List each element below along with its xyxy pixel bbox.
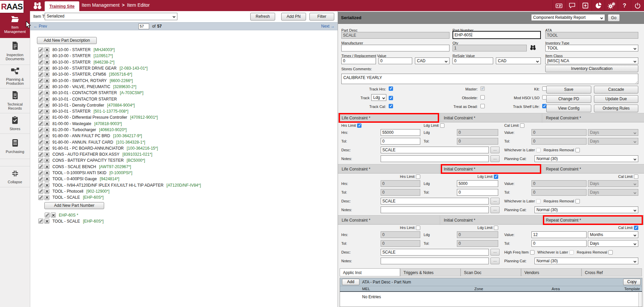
whichever-is-later-checkbox[interactable] xyxy=(536,199,541,203)
requires-removal-checkbox[interactable] xyxy=(608,250,613,255)
add-new-part-number-button[interactable]: Add New Part Number xyxy=(44,202,104,209)
delete-part-icon[interactable] xyxy=(44,84,49,89)
report-select[interactable]: Component Reliability Report xyxy=(531,14,605,21)
cal-limit-checkbox[interactable] xyxy=(634,226,638,230)
delete-part-icon[interactable] xyxy=(44,195,49,200)
part-item-label[interactable]: 91-80-00 - ANNUN. FAULT CARD[101-364328-… xyxy=(52,140,145,145)
delete-part-icon[interactable] xyxy=(44,121,49,126)
ata-input[interactable]: TOOL xyxy=(545,32,638,39)
delete-part-icon[interactable] xyxy=(44,133,49,139)
tol-value-input[interactable]: 0 xyxy=(531,138,587,145)
part-item-label[interactable]: CONS - BATTERY CAPACITY TESTER[BC5000*] xyxy=(52,158,145,163)
edit-part-icon[interactable] xyxy=(45,213,50,218)
part-item-label[interactable]: TOOL - SCALE[EHP-60S*] xyxy=(52,219,103,224)
desc-browse-button[interactable]: ... xyxy=(490,147,500,153)
part-item-label[interactable]: 81-20-00 - Turbocharger[406610-9020*] xyxy=(52,127,127,132)
add-row-button[interactable]: Add xyxy=(342,279,359,285)
part-item-label[interactable]: TOOL - SCALE[EHP-60S*] xyxy=(52,195,103,200)
edit-part-icon[interactable] xyxy=(38,127,43,132)
planning-cat-select[interactable]: Normal (30) xyxy=(534,155,638,162)
ldg-limit-checkbox[interactable] xyxy=(440,123,444,128)
edit-part-icon[interactable] xyxy=(38,72,43,77)
notes-input[interactable] xyxy=(381,258,489,264)
edit-part-icon[interactable] xyxy=(38,140,43,145)
value-input[interactable]: 12 xyxy=(531,231,587,238)
ldg-input[interactable]: 5000 xyxy=(457,180,498,187)
ldg-limit-checkbox[interactable] xyxy=(494,226,498,230)
edit-part-icon[interactable] xyxy=(38,146,43,151)
stores-comments-textarea[interactable]: CALIBRATE YEARLY xyxy=(341,74,638,84)
tol-ldg-input[interactable]: 0 xyxy=(457,189,498,196)
tol-hrs-input[interactable]: 0 xyxy=(381,189,420,196)
value-unit-select[interactable]: Months xyxy=(588,231,638,238)
part-desc-input[interactable]: SCALE xyxy=(341,32,449,39)
hrs-limit-checkbox[interactable] xyxy=(416,175,420,179)
tab-cross-ref[interactable]: Cross Ref xyxy=(582,268,642,276)
part-item-label[interactable]: 80-10-00 - STARTER[MHJ4003*] xyxy=(52,47,115,52)
delete-part-icon[interactable] xyxy=(44,183,49,188)
high-freq-item-checkbox[interactable] xyxy=(530,250,534,255)
edit-part-icon[interactable] xyxy=(38,158,43,163)
hrs-input[interactable]: 0 xyxy=(381,231,420,238)
delete-part-icon[interactable] xyxy=(44,152,49,157)
tol-unit-select[interactable]: Days xyxy=(588,240,638,247)
delete-part-icon[interactable] xyxy=(44,72,49,77)
hrs-input[interactable]: 55000 xyxy=(381,129,420,136)
refresh-button[interactable]: Refresh xyxy=(250,13,275,21)
edit-part-icon[interactable] xyxy=(38,103,43,108)
hrs-input[interactable]: 0 xyxy=(381,180,420,187)
delete-part-icon[interactable] xyxy=(44,97,49,102)
edit-part-icon[interactable] xyxy=(38,177,43,182)
sidebar-collapse-button[interactable]: Collapse xyxy=(0,166,30,187)
manufacturer-input[interactable] xyxy=(341,45,449,51)
tol-value-input[interactable]: 0 xyxy=(531,240,587,247)
delete-part-icon[interactable] xyxy=(44,219,49,224)
part-item-label[interactable]: 81-00-00 - Wastegate[470818-9003*] xyxy=(52,121,122,126)
tol-ldg-input[interactable]: 0 xyxy=(457,240,498,247)
delete-part-icon[interactable] xyxy=(44,53,49,59)
inventory-classification-button[interactable]: Inventory Classification xyxy=(545,65,638,72)
save-button[interactable]: Save xyxy=(546,86,591,93)
tol-unit-select[interactable]: Days xyxy=(588,189,638,196)
part-item-label[interactable]: 80-10-00 - STARTER DRIVE GEAR[2-083-143-… xyxy=(52,66,147,71)
delete-part-icon[interactable] xyxy=(44,170,49,176)
edit-part-icon[interactable] xyxy=(38,152,43,157)
desc-input[interactable]: SCALE xyxy=(381,249,489,256)
part-item-label[interactable]: 80-10-01 - STARTER[501-1-13775-008*] xyxy=(52,109,128,114)
inventory-type-select[interactable]: TOOL xyxy=(545,45,638,51)
edit-part-icon[interactable] xyxy=(38,195,43,200)
tab-applic-inst[interactable]: Applic Inst xyxy=(340,268,400,276)
prev-page-link[interactable]: ← Prev xyxy=(34,24,47,29)
binoculars-icon[interactable] xyxy=(33,2,42,11)
part-item-label[interactable]: 80-10-01 - Density Controller[470884-900… xyxy=(52,103,135,108)
tol-value-input[interactable]: 0 xyxy=(531,189,587,196)
obsolete-checkbox[interactable] xyxy=(480,95,485,100)
ldg-input[interactable]: 0 xyxy=(457,129,498,136)
ldg-input[interactable]: 0 xyxy=(457,231,498,238)
qty-input[interactable]: 1 xyxy=(453,45,527,51)
update-due-button[interactable]: Update Due xyxy=(594,95,638,103)
part-number-input[interactable]: EHP-60S xyxy=(453,31,541,39)
edit-part-icon[interactable] xyxy=(38,53,43,59)
planning-cat-select[interactable]: Normal (30) xyxy=(534,258,638,264)
delete-part-icon[interactable] xyxy=(44,66,49,71)
notes-input[interactable] xyxy=(381,206,489,213)
pie-chart-icon[interactable] xyxy=(592,0,605,11)
hrs-limit-checkbox[interactable] xyxy=(416,226,420,230)
resale-currency-select[interactable]: CAD xyxy=(496,57,541,64)
delete-part-icon[interactable] xyxy=(44,115,49,120)
track-cal-checkbox[interactable] xyxy=(389,104,393,108)
edit-part-icon[interactable] xyxy=(38,115,43,120)
page-number-input[interactable]: 57 xyxy=(138,24,149,29)
copy-button[interactable]: Copy xyxy=(623,279,641,285)
item-type-select[interactable]: Serialized xyxy=(45,13,177,20)
desc-input[interactable]: SCALE xyxy=(381,147,489,153)
track-unit-select[interactable]: Ldg xyxy=(371,94,386,101)
edit-part-icon[interactable] xyxy=(38,183,43,188)
item-class-select[interactable]: [MISC] NCA xyxy=(545,57,638,64)
sidebar-item-planning-production[interactable]: Planning & Production xyxy=(0,65,30,88)
tol-unit-select[interactable]: Days xyxy=(588,138,638,145)
training-site-tab[interactable]: Training Site xyxy=(45,1,79,11)
edit-part-icon[interactable] xyxy=(38,66,43,71)
ordering-rules-button[interactable]: Ordering Rules xyxy=(594,105,638,112)
